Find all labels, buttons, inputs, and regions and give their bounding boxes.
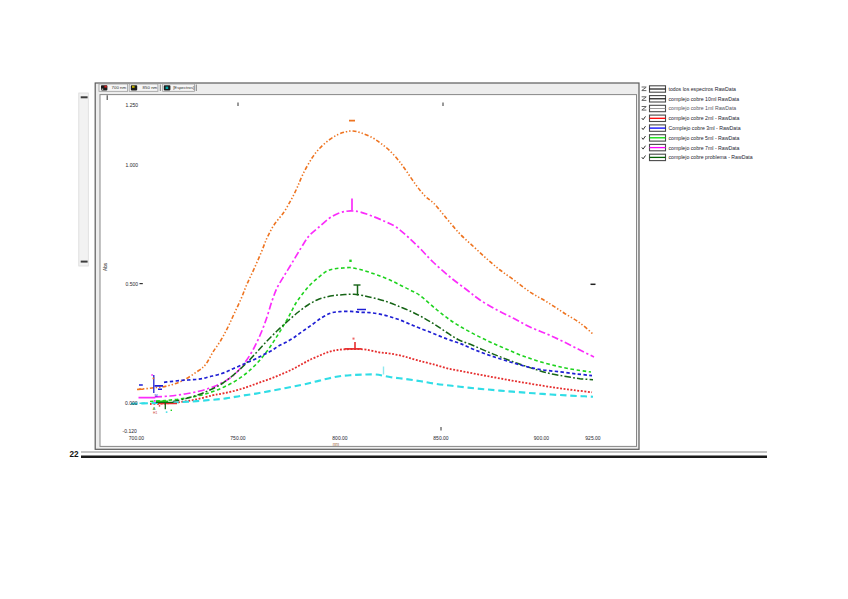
svg-text:1.000: 1.000 [125, 162, 138, 168]
svg-text:700 nm: 700 nm [112, 85, 127, 90]
svg-text:todos los espectros RawData: todos los espectros RawData [669, 86, 737, 92]
svg-text:complejo cobre problema - RawD: complejo cobre problema - RawData [669, 154, 753, 160]
svg-text:nm: nm [333, 442, 340, 447]
svg-text:850 nm: 850 nm [143, 85, 158, 90]
svg-text:22: 22 [70, 450, 80, 459]
svg-text:complejo cobre 7ml - RawData: complejo cobre 7ml - RawData [669, 145, 740, 151]
svg-text:700.00: 700.00 [129, 435, 145, 441]
svg-text:850.00: 850.00 [433, 435, 449, 441]
svg-text:[Espectros]: [Espectros] [173, 85, 194, 90]
svg-text:750.00: 750.00 [230, 435, 246, 441]
svg-text:0.000: 0.000 [125, 400, 138, 406]
svg-text:-0.120: -0.120 [123, 428, 137, 434]
svg-text:complejo cobre 10ml RawData: complejo cobre 10ml RawData [669, 96, 740, 102]
svg-text:900.00: 900.00 [534, 435, 550, 441]
svg-text:H1: H1 [153, 411, 157, 415]
svg-text:complejo cobre 2ml - RawData: complejo cobre 2ml - RawData [669, 115, 740, 121]
svg-text:complejo cobre 1ml RawData: complejo cobre 1ml RawData [669, 105, 737, 111]
svg-text:1.250: 1.250 [125, 102, 138, 108]
svg-text:0.500: 0.500 [125, 281, 138, 287]
svg-text:M: M [155, 394, 158, 398]
svg-text:Complejo cobre 3ml - RawData: Complejo cobre 3ml - RawData [669, 125, 741, 131]
svg-text:complejo cobre 5ml - RawData: complejo cobre 5ml - RawData [669, 135, 740, 141]
svg-text:Abs: Abs [103, 262, 108, 271]
svg-text:925.00: 925.00 [585, 435, 601, 441]
svg-text:800.00: 800.00 [332, 435, 348, 441]
